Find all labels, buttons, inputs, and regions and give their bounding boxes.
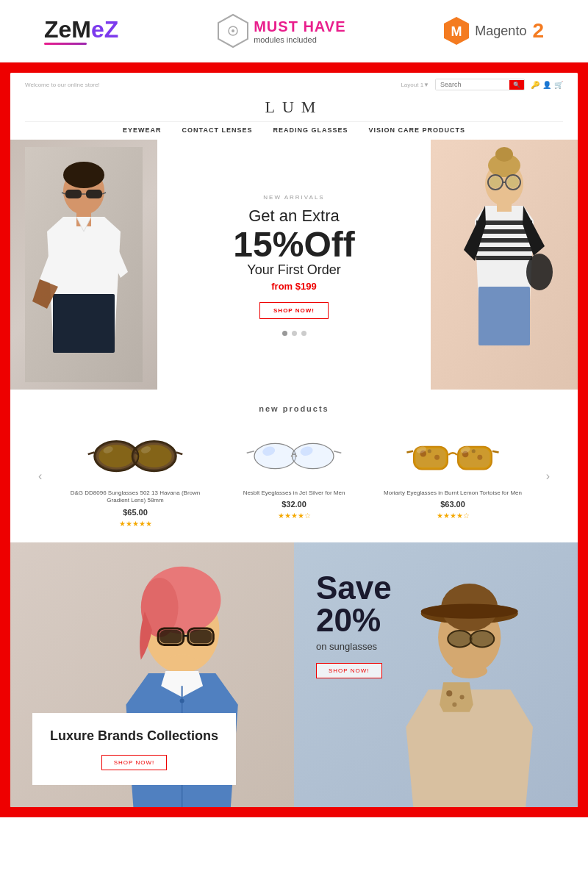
promo-sub-text: on sunglasses (316, 641, 392, 652)
svg-line-66 (492, 451, 499, 453)
svg-point-18 (495, 147, 513, 162)
product-card-1: D&G DD8096 Sunglasses 502 13 Havana (Bro… (62, 425, 209, 528)
svg-point-37 (137, 445, 172, 467)
hero-left-image (10, 140, 157, 390)
hero-dot-3[interactable] (301, 331, 306, 336)
hexagon-icon (217, 13, 249, 49)
promo-right-button[interactable]: SHOP NOW! (316, 663, 382, 678)
svg-rect-28 (476, 256, 532, 260)
layout-label[interactable]: Layout 1▼ (401, 82, 429, 88)
products-title: new products (32, 404, 556, 413)
svg-rect-14 (53, 294, 115, 353)
hero-man-photo (10, 140, 157, 390)
nav-eyewear[interactable]: EYEWEAR (123, 126, 162, 134)
nav-contact-lenses[interactable]: CONTACT LENSES (182, 126, 253, 134)
product-image-1[interactable] (62, 425, 209, 484)
svg-point-64 (472, 449, 476, 453)
product-stars-3: ★★★★☆ (379, 512, 526, 520)
svg-rect-29 (497, 200, 512, 212)
user-icon[interactable]: 👤 (542, 81, 551, 89)
svg-point-2 (232, 29, 234, 32)
man-figure-svg (25, 147, 143, 382)
search-button[interactable]: 🔍 (509, 80, 524, 90)
must-have-badge: MUST HAVE modules included (217, 13, 345, 49)
must-have-title: MUST HAVE (254, 18, 345, 35)
hero-section: NEW ARRIVALS Get an Extra 15%Off Your Fi… (10, 140, 578, 390)
svg-point-58 (428, 449, 431, 453)
silver-glasses-svg (243, 432, 345, 476)
svg-point-31 (526, 254, 553, 290)
promo-save-text: Save (316, 572, 392, 604)
svg-point-7 (63, 162, 104, 188)
dark-glasses-svg (84, 432, 187, 476)
hero-shop-button[interactable]: SHOP NOW! (259, 302, 329, 319)
product-stars-2: ★★★★☆ (220, 512, 368, 520)
svg-line-48 (334, 451, 341, 453)
carousel-prev-button[interactable]: ‹ (32, 470, 48, 483)
store-header: Welcome to our online store! Layout 1▼ 🔍… (10, 73, 578, 140)
carousel-next-button[interactable]: › (540, 470, 556, 483)
magento-version: 2 (532, 19, 544, 43)
product-image-2[interactable] (220, 425, 368, 484)
search-bar[interactable]: 🔍 (435, 79, 525, 90)
products-grid: D&G DD8096 Sunglasses 502 13 Havana (Bro… (48, 425, 539, 528)
key-icon[interactable]: 🔑 (531, 81, 539, 89)
promo-percent-text: 20% (316, 604, 392, 637)
promo-left-button[interactable]: SHOP NOW! (101, 755, 168, 770)
hero-right-image (431, 140, 578, 390)
product-card-2: Nesblt Eyeglasses in Jet Silver for Men … (220, 425, 368, 528)
svg-rect-8 (65, 190, 82, 198)
woman-figure-svg (431, 140, 578, 390)
product-image-3[interactable] (379, 425, 526, 484)
hero-center: NEW ARRIVALS Get an Extra 15%Off Your Fi… (157, 140, 431, 390)
svg-point-52 (295, 455, 297, 457)
search-input[interactable] (436, 79, 509, 90)
svg-point-80 (180, 698, 184, 703)
hero-line1: Get an Extra (248, 207, 340, 226)
store-top-bar: Welcome to our online store! Layout 1▼ 🔍… (25, 79, 563, 93)
hero-line2: Your First Order (247, 262, 340, 278)
svg-point-92 (470, 631, 495, 647)
svg-rect-75 (159, 630, 182, 643)
svg-point-78 (165, 654, 198, 672)
svg-rect-76 (190, 630, 212, 643)
zemes-underline (44, 43, 87, 45)
nav-reading-glasses[interactable]: READING GLASSES (273, 126, 348, 134)
product-name-1: D&G DD8096 Sunglasses 502 13 Havana (Bro… (62, 490, 209, 505)
svg-line-65 (406, 451, 413, 453)
store-icons: 🔑 👤 🛒 (531, 81, 563, 89)
welcome-text: Welcome to our online store! (25, 82, 100, 88)
svg-rect-25 (476, 229, 532, 234)
svg-point-57 (434, 455, 440, 460)
tort-glasses-svg (401, 432, 504, 476)
hero-dot-2[interactable] (292, 331, 297, 336)
product-name-2: Nesblt Eyeglasses in Jet Silver for Men (220, 490, 368, 497)
svg-line-39 (176, 452, 183, 454)
store-logo[interactable]: LUM (265, 98, 323, 117)
promo-section: Luxure Brands Collections SHOP NOW! (10, 542, 578, 807)
hero-dot-1[interactable] (282, 331, 287, 336)
hero-woman-photo (431, 140, 578, 390)
zemes-logo[interactable]: ZeMeZ (44, 18, 118, 45)
svg-point-91 (448, 631, 472, 647)
red-border-section: Welcome to our online store! Layout 1▼ 🔍… (0, 62, 588, 817)
magento-badge: M Magento 2 (444, 17, 544, 45)
svg-rect-27 (476, 247, 532, 251)
must-have-sub: modules included (254, 35, 345, 44)
svg-point-90 (421, 603, 518, 618)
promo-right: Save 20% on sunglasses SHOP NOW! (294, 542, 578, 807)
store-logo-row: LUM (25, 93, 563, 121)
magento-icon: M (444, 17, 469, 45)
product-price-3: $63.00 (379, 500, 526, 509)
hero-price: from $199 (271, 281, 316, 292)
promo-left: Luxure Brands Collections SHOP NOW! (10, 542, 294, 807)
svg-rect-9 (86, 190, 102, 198)
hero-dots (282, 331, 306, 336)
svg-point-44 (254, 443, 296, 468)
products-carousel: ‹ (32, 425, 556, 528)
cart-icon[interactable]: 🛒 (554, 81, 563, 89)
nav-vision-care[interactable]: VISION CARE PRODUCTS (368, 126, 465, 134)
svg-text:M: M (451, 24, 462, 39)
promo-right-content: Save 20% on sunglasses SHOP NOW! (316, 572, 392, 678)
svg-point-51 (291, 455, 293, 457)
